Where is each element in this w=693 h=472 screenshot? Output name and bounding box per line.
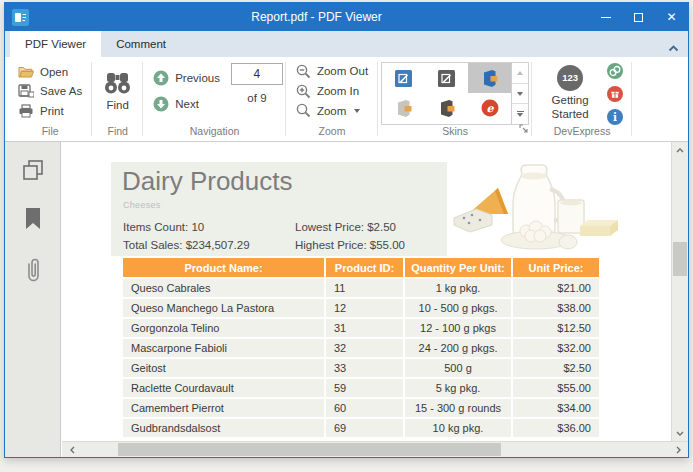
visual-studio-dark-skin-icon[interactable] [425,63,468,93]
cell-product-name: Queso Manchego La Pastora [123,299,324,317]
titlebar: Report.pdf - PDF Viewer ✕ [5,3,688,31]
find-label: Find [107,99,129,111]
page-number-input[interactable] [231,63,283,85]
save-as-button[interactable]: Save As [11,83,89,99]
cell-quantity: 500 g [405,359,511,377]
tab-pdf-viewer[interactable]: PDF Viewer [10,31,101,57]
devexpress-style-skin-icon[interactable]: e [468,93,511,123]
cell-product-name: Camembert Pierrot [123,399,324,417]
zoom-icon [296,103,311,118]
scroll-down-button[interactable] [672,425,688,441]
binoculars-icon [104,71,131,96]
cell-product-id: 69 [326,419,403,437]
chevron-right-icon [676,446,681,454]
cell-quantity: 24 - 200 g pkgs. [405,339,511,357]
report-header-panel: Dairy Products Cheeses Items Count: 10 L… [111,162,447,256]
maximize-button[interactable] [622,3,655,31]
svg-text:i: i [613,111,617,123]
zoom-group-label: Zoom [289,125,375,141]
next-label: Next [175,98,199,110]
zoom-in-button[interactable]: Zoom In [289,83,375,100]
scroll-right-button[interactable] [670,442,686,457]
chevron-up-icon [668,45,679,52]
chevron-down-icon [676,431,684,436]
gallery-scroll-up-button[interactable] [512,63,528,84]
office-colorful-skin-icon[interactable] [468,63,511,93]
getting-started-button[interactable]: 123 Getting Started [535,61,605,125]
stat-items-count: Items Count: 10 [123,221,295,233]
zoom-in-icon [296,84,311,99]
dropdown-bar-icon [517,111,524,112]
open-button[interactable]: Open [11,64,89,80]
dialog-launcher-icon [519,124,528,133]
col-header-unit-price: Unit Price: [513,258,599,277]
cell-unit-price: $55.00 [513,379,599,397]
horizontal-scroll-thumb[interactable] [118,443,501,456]
cell-product-name: Raclette Courdavault [123,379,324,397]
gallery-scroll-down-button[interactable] [512,84,528,105]
report-subtitle: Cheeses [111,197,447,210]
ribbon-group-navigation: Previous Next of 9 Navigation [143,57,286,141]
cell-unit-price: $38.00 [513,299,599,317]
support-center-icon[interactable] [607,63,623,79]
arrow-down-circle-icon [153,96,169,112]
zoom-in-label: Zoom In [317,85,359,97]
whats-new-icon[interactable] [607,86,623,102]
skins-gallery: e [381,62,512,125]
office-light-skin-icon[interactable] [382,93,425,123]
skins-gallery-scrollbar [512,62,529,125]
next-page-button[interactable]: Next [146,95,227,113]
table-row: Camembert Pierrot 60 15 - 300 g rounds $… [123,399,599,417]
cell-unit-price: $21.00 [513,279,599,297]
products-table: Product Name: Product ID: Quantity Per U… [121,256,601,439]
zoom-out-label: Zoom Out [317,65,368,77]
zoom-out-button[interactable]: Zoom Out [289,63,375,80]
cell-product-name: Gorgonzola Telino [123,319,324,337]
bookmarks-icon[interactable] [23,207,43,231]
find-group-label: Find [95,125,140,141]
ribbon-group-devexpress: 123 Getting Started [532,57,632,141]
cell-quantity: 1 kg pkg. [405,279,511,297]
table-row: Gorgonzola Telino 31 12 - 100 g pkgs $12… [123,319,599,337]
tab-comment[interactable]: Comment [101,31,181,57]
scroll-up-button[interactable] [672,142,688,158]
dairy-products-image [442,154,632,256]
minimize-button[interactable] [589,3,622,31]
visual-studio-blue-skin-icon[interactable] [382,63,425,93]
horizontal-scrollbar[interactable] [62,441,688,457]
page-thumbnails-icon[interactable] [21,158,45,182]
collapse-ribbon-button[interactable] [668,38,679,56]
cell-quantity: 15 - 300 g rounds [405,399,511,417]
info-icon[interactable]: i [607,109,623,125]
cell-unit-price: $12.50 [513,319,599,337]
save-as-label: Save As [40,85,82,97]
office-dark-skin-icon[interactable] [425,93,468,123]
devexpress-group-label: DevExpress [535,125,629,141]
open-label: Open [40,66,68,78]
vertical-scrollbar[interactable] [671,142,688,441]
attachments-icon[interactable] [23,256,43,284]
navigation-pane [5,142,61,457]
document-area: Dairy Products Cheeses Items Count: 10 L… [5,142,688,457]
chevron-left-icon [70,446,75,454]
scroll-left-button[interactable] [64,442,80,457]
table-header-row: Product Name: Product ID: Quantity Per U… [123,258,599,277]
cell-product-name: Geitost [123,359,324,377]
pdf-page: Dairy Products Cheeses Items Count: 10 L… [62,142,671,441]
zoom-menu-button[interactable]: Zoom [289,102,375,119]
close-button[interactable]: ✕ [655,3,688,31]
navigation-group-label: Navigation [146,125,283,141]
print-button[interactable]: Print [11,103,89,119]
cell-unit-price: $34.00 [513,399,599,417]
previous-page-button[interactable]: Previous [146,69,227,87]
skins-group-label: Skins [381,125,529,141]
col-header-product-id: Product ID: [326,258,403,277]
cell-quantity: 10 - 500 g pkgs. [405,299,511,317]
vertical-scroll-thumb[interactable] [673,242,687,276]
skins-dialog-launcher-button[interactable] [519,119,528,137]
triangle-down-icon [517,92,523,96]
cell-product-id: 33 [326,359,403,377]
find-button[interactable]: Find [95,57,140,125]
triangle-up-icon [517,71,523,75]
minimize-icon [601,17,611,18]
